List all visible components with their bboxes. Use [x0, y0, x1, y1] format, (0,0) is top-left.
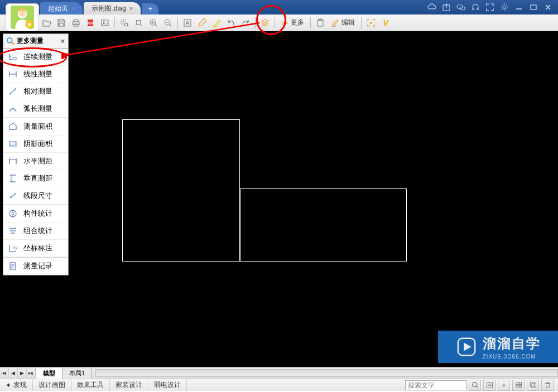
- svg-line-24: [155, 25, 157, 26]
- more-button[interactable]: ≫ 更多: [278, 16, 307, 30]
- search-button[interactable]: [469, 380, 481, 391]
- layout-tab-label: 布局1: [69, 370, 85, 376]
- scan-icon[interactable]: [364, 16, 378, 30]
- arc-measure-icon: [8, 104, 18, 114]
- panel-item-hatch-area[interactable]: 阴影面积: [3, 135, 68, 153]
- layers-icon[interactable]: [258, 16, 272, 30]
- cloud-icon[interactable]: [427, 3, 436, 12]
- tab-file[interactable]: 示例图.dwg ×: [84, 2, 141, 14]
- add-icon[interactable]: +: [498, 380, 510, 391]
- text-icon[interactable]: A: [181, 16, 194, 30]
- svg-rect-71: [487, 383, 492, 388]
- tab-close-icon[interactable]: ×: [129, 5, 133, 12]
- maximize-icon[interactable]: [529, 3, 538, 12]
- svg-rect-79: [532, 384, 536, 388]
- highlighter-icon[interactable]: [210, 16, 223, 30]
- svg-point-21: [136, 20, 141, 25]
- edit-button[interactable]: 编辑: [328, 16, 358, 30]
- watermark: 溜溜自学 ZIXUE.3D66.COM: [438, 331, 558, 363]
- delete-icon[interactable]: [541, 380, 554, 391]
- svg-point-55: [12, 212, 14, 215]
- tab-start[interactable]: 起始页 ×: [40, 2, 83, 14]
- svg-line-43: [9, 89, 16, 94]
- layout-tab-layout1[interactable]: 布局1: [62, 368, 92, 379]
- panel-item-area-measure[interactable]: 测量面积: [3, 118, 68, 135]
- user-avatar[interactable]: [6, 3, 39, 31]
- nav-first[interactable]: ⏮: [0, 368, 9, 378]
- panel-close-icon[interactable]: ×: [60, 37, 65, 45]
- print-icon[interactable]: [69, 16, 83, 30]
- panel-item-continuous-measure[interactable]: 连续测量: [3, 49, 68, 66]
- edit-label: 编辑: [341, 18, 355, 27]
- wechat-icon[interactable]: [456, 3, 465, 12]
- nav-prev[interactable]: ◀: [9, 368, 18, 378]
- panel-item-label: 测量面积: [23, 122, 52, 132]
- panel-item-vertical-dist[interactable]: 垂直测距: [3, 170, 68, 187]
- zoom-in-icon[interactable]: [147, 16, 160, 30]
- zoom-window-icon[interactable]: +: [118, 16, 131, 30]
- vip-icon[interactable]: V: [379, 16, 392, 30]
- panel-item-segment-size[interactable]: 线段尺寸: [3, 187, 68, 205]
- bottom-tab-label: 效果工具: [77, 380, 104, 390]
- compass-icon: ✦: [6, 381, 11, 389]
- panel-item-combined-stat[interactable]: 组合统计: [3, 222, 68, 240]
- relative-measure-icon: [8, 86, 18, 96]
- undo-icon[interactable]: [224, 16, 238, 30]
- panel-item-horizontal-dist[interactable]: 水平测距: [3, 153, 68, 170]
- image-export-icon[interactable]: [98, 16, 112, 30]
- drawing-shape: [122, 119, 240, 262]
- layout-tab-model[interactable]: 模型: [36, 368, 62, 379]
- close-icon[interactable]: [543, 3, 552, 12]
- open-icon[interactable]: [40, 16, 54, 30]
- panel-item-label: 组合统计: [23, 226, 52, 236]
- save-icon[interactable]: [55, 16, 68, 30]
- panel-item-label: 连续测量: [23, 52, 52, 62]
- edit-icon: [331, 19, 339, 27]
- bottom-tab-home-design[interactable]: 家装设计: [110, 379, 148, 391]
- watermark-title: 溜溜自学: [483, 335, 541, 352]
- horizontal-scrollbar[interactable]: [95, 369, 558, 377]
- bottom-tab-effect-tool[interactable]: 效果工具: [71, 379, 110, 391]
- bottom-tab-weak-current[interactable]: 弱电设计: [148, 379, 187, 391]
- plus-icon: +: [148, 5, 152, 13]
- bottom-tab-discover[interactable]: ✦ 发现: [0, 379, 33, 391]
- bottom-tab-design-draw[interactable]: 设计画图: [33, 379, 71, 391]
- panel-item-relative-measure[interactable]: 相对测量: [3, 83, 68, 100]
- list-icon[interactable]: [483, 380, 496, 391]
- nav-last[interactable]: ⏭: [27, 368, 36, 378]
- pdf-icon[interactable]: PDF: [84, 16, 97, 30]
- svg-rect-10: [74, 20, 78, 22]
- svg-point-36: [370, 22, 372, 24]
- horizontal-dist-icon: [8, 156, 18, 166]
- panel-item-measure-record[interactable]: 测量记录: [3, 258, 68, 275]
- measure-record-icon: [8, 261, 18, 271]
- panel-item-label: 阴影面积: [23, 139, 52, 149]
- tab-add[interactable]: +: [142, 3, 158, 14]
- zoom-out-icon[interactable]: [161, 16, 175, 30]
- search-input[interactable]: [405, 380, 466, 390]
- redo-icon[interactable]: [239, 16, 252, 30]
- zoom-extents-icon[interactable]: [132, 16, 146, 30]
- pencil-icon[interactable]: [195, 16, 209, 30]
- settings-icon[interactable]: [500, 3, 509, 12]
- thumbnail-icon[interactable]: [512, 380, 525, 391]
- svg-rect-75: [519, 383, 521, 385]
- panel-item-linear-measure[interactable]: 线性测量: [3, 66, 68, 83]
- clipboard-icon[interactable]: [314, 16, 327, 30]
- svg-marker-68: [464, 342, 471, 351]
- drawing-canvas[interactable]: [0, 31, 558, 367]
- panel-item-label: 垂直测距: [23, 173, 52, 183]
- nav-next[interactable]: ▶: [18, 368, 27, 378]
- tab-close-icon[interactable]: ×: [71, 5, 75, 12]
- svg-rect-77: [519, 385, 521, 388]
- headset-icon[interactable]: [471, 3, 480, 12]
- panel-item-coord-label[interactable]: xy 坐标标注: [3, 240, 68, 257]
- copy-icon[interactable]: [527, 380, 539, 391]
- avatar-icon: [11, 6, 34, 29]
- panel-item-component-stat[interactable]: 构件统计: [3, 205, 68, 222]
- minimize-icon[interactable]: [514, 3, 523, 12]
- panel-item-arc-measure[interactable]: 弧长测量: [3, 100, 68, 118]
- fullscreen-icon[interactable]: [485, 3, 494, 12]
- share-icon[interactable]: [442, 3, 451, 12]
- segment-size-icon: [8, 191, 18, 201]
